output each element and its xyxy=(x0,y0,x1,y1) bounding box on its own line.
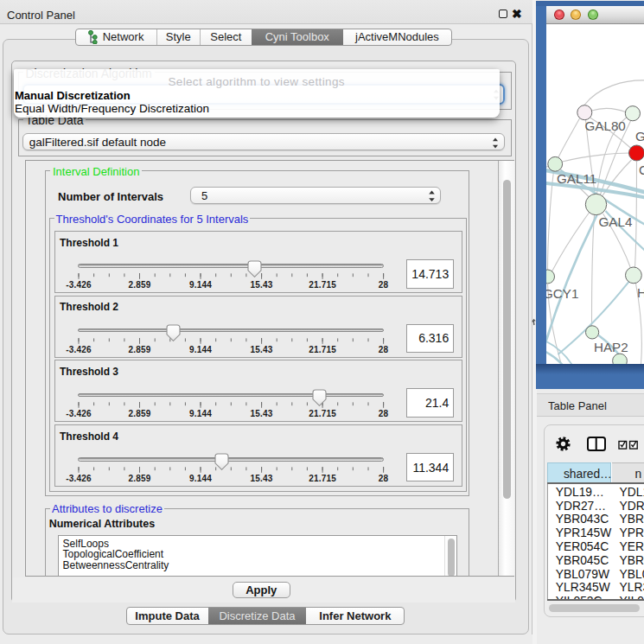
svg-text:GAL80: GAL80 xyxy=(584,118,625,133)
svg-text:GAL11: GAL11 xyxy=(557,171,596,186)
svg-text:GA: GA xyxy=(634,129,644,143)
svg-text:H: H xyxy=(636,285,644,300)
svg-text:GAL4: GAL4 xyxy=(598,214,632,229)
svg-text:HAP2: HAP2 xyxy=(594,340,628,354)
svg-text:C: C xyxy=(638,163,644,177)
svg-text:GCY1: GCY1 xyxy=(546,286,578,301)
